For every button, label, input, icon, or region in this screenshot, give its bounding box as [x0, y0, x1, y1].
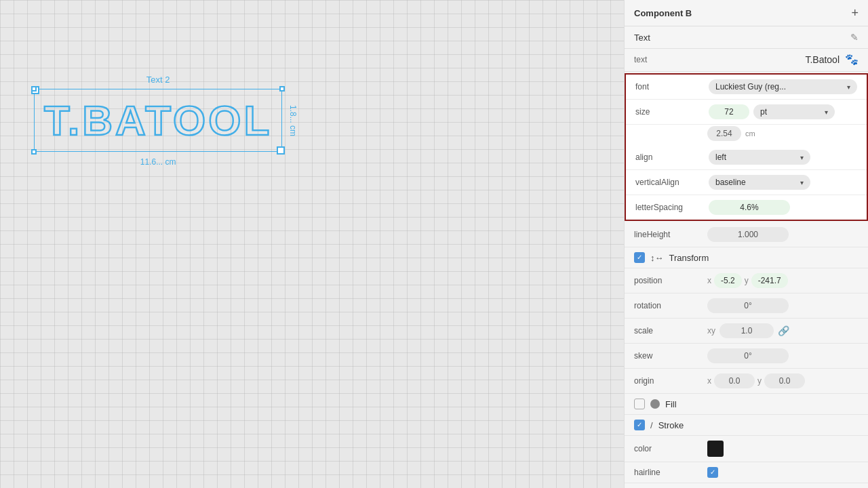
- position-y-input[interactable]: -241.7: [751, 273, 788, 288]
- line-height-value-container: 1.000: [707, 227, 859, 242]
- size-value-container: 72 pt ▾: [709, 104, 857, 119]
- skew-value-container: 0°: [707, 348, 859, 363]
- paw-icon[interactable]: 🐾: [845, 53, 859, 66]
- skew-row: skew 0°: [625, 344, 868, 369]
- position-x-label: x: [707, 276, 711, 285]
- text-section-title: Text: [634, 33, 650, 43]
- vertical-align-arrow: ▾: [800, 179, 804, 186]
- fill-header: Fill: [625, 394, 868, 415]
- color-row: color: [625, 436, 868, 462]
- origin-label: origin: [634, 376, 702, 386]
- align-value: left: [715, 152, 726, 162]
- component-header: Component B +: [625, 0, 868, 26]
- origin-y-label: y: [757, 376, 762, 386]
- size-unit-select[interactable]: pt ▾: [753, 104, 835, 119]
- align-label: align: [635, 152, 703, 162]
- size-input[interactable]: 72: [709, 104, 749, 119]
- position-value-container: x -5.2 y -241.7: [707, 273, 859, 288]
- letter-spacing-input[interactable]: 4.6%: [709, 200, 790, 215]
- size-controls: 72 pt ▾: [709, 104, 835, 119]
- letter-spacing-row: letterSpacing 4.6%: [626, 195, 867, 220]
- text-bounding-box[interactable]: T.BATOOL 1.8... cm: [34, 89, 282, 152]
- origin-y-input[interactable]: 0.0: [764, 373, 805, 388]
- fill-dot-icon: [650, 399, 660, 409]
- transform-header: ✓ ↕↔ Transform: [625, 247, 868, 268]
- origin-x-label: x: [707, 376, 711, 386]
- color-swatch[interactable]: [707, 441, 724, 457]
- align-arrow: ▾: [800, 154, 804, 161]
- checkmark-icon: ✓: [637, 254, 642, 261]
- transform-checkbox[interactable]: ✓: [634, 252, 645, 263]
- vertical-align-value: baseline: [715, 178, 746, 187]
- corner-handle-tr[interactable]: [279, 86, 285, 92]
- rotation-input[interactable]: 0°: [707, 298, 789, 313]
- text-element-container[interactable]: Text 2 T.BATOOL 1.8... cm 11.6... cm: [34, 75, 282, 167]
- stroke-label: Stroke: [658, 420, 684, 430]
- line-height-input[interactable]: 1.000: [707, 227, 789, 242]
- scale-value-container: xy 1.0 🔗: [707, 323, 859, 338]
- text-section-header: Text ✎: [625, 26, 868, 49]
- align-select[interactable]: left ▾: [709, 150, 810, 165]
- stroke-header: ✓ / Stroke: [625, 415, 868, 436]
- hairline-checkbox[interactable]: ✓: [707, 467, 718, 478]
- scale-input[interactable]: 1.0: [719, 323, 774, 338]
- align-value-container: left ▾: [709, 150, 857, 165]
- vertical-align-row: verticalAlign baseline ▾: [626, 170, 867, 195]
- highlighted-section: font Luckiest Guy (reg... ▾ size 72 pt ▾: [625, 73, 868, 221]
- origin-x-input[interactable]: 0.0: [714, 373, 755, 388]
- hairline-row: hairline ✓: [625, 462, 868, 483]
- font-select[interactable]: Luckiest Guy (reg... ▾: [709, 79, 857, 94]
- rotation-value-container: 0°: [707, 298, 859, 313]
- line-height-row: lineHeight 1.000: [625, 222, 868, 247]
- text-field-label: text: [634, 55, 695, 64]
- dimension-height: 1.8... cm: [288, 104, 298, 136]
- text-value-display: T.Batool 🐾: [805, 53, 859, 66]
- hairline-value-container: ✓: [707, 467, 859, 478]
- size-unit-arrow: ▾: [825, 108, 828, 116]
- size-cm-value: 2.54: [707, 126, 741, 141]
- text-value-row: text T.Batool 🐾: [625, 49, 868, 72]
- corner-handle-tl[interactable]: [31, 86, 37, 92]
- dimension-width: 11.6... cm: [140, 157, 176, 167]
- edit-icon[interactable]: ✎: [850, 32, 859, 43]
- font-dropdown-arrow: ▾: [847, 83, 850, 91]
- size-label: size: [635, 107, 703, 117]
- fill-checkbox[interactable]: [634, 399, 645, 409]
- text-element-label: Text 2: [146, 75, 170, 85]
- letter-spacing-value-container: 4.6%: [709, 200, 857, 215]
- scale-xy-label: xy: [707, 326, 715, 336]
- rotation-row: rotation 0°: [625, 293, 868, 319]
- position-x-input[interactable]: -5.2: [714, 273, 742, 288]
- canvas-grid: Text 2 T.BATOOL 1.8... cm 11.6... cm: [0, 0, 624, 488]
- font-value-container: Luckiest Guy (reg... ▾: [709, 79, 857, 94]
- fill-label: Fill: [665, 399, 677, 409]
- rotation-label: rotation: [634, 301, 702, 310]
- origin-row: origin x 0.0 y 0.0: [625, 369, 868, 394]
- size-cm-row: 2.54 cm: [626, 125, 867, 145]
- size-unit-value: pt: [760, 107, 767, 117]
- font-row: font Luckiest Guy (reg... ▾: [626, 75, 867, 100]
- skew-input[interactable]: 0°: [707, 348, 789, 363]
- corner-handle-br[interactable]: [279, 149, 285, 155]
- vertical-align-select[interactable]: baseline ▾: [709, 175, 810, 190]
- position-row: position x -5.2 y -241.7: [625, 268, 868, 293]
- transform-label: Transform: [669, 253, 709, 263]
- align-row: align left ▾: [626, 145, 867, 170]
- size-row: size 72 pt ▾: [626, 100, 867, 125]
- text-field-value[interactable]: T.Batool: [805, 54, 840, 65]
- link-icon[interactable]: 🔗: [778, 325, 789, 336]
- vertical-align-label: verticalAlign: [635, 178, 703, 187]
- skew-label: skew: [634, 351, 702, 361]
- letter-spacing-label: letterSpacing: [635, 203, 703, 212]
- component-title: Component B: [634, 8, 692, 18]
- add-component-button[interactable]: +: [851, 7, 859, 19]
- scale-row: scale xy 1.0 🔗: [625, 319, 868, 344]
- stroke-slash-icon: /: [650, 420, 653, 430]
- position-y-label: y: [745, 276, 749, 285]
- origin-value-container: x 0.0 y 0.0: [707, 373, 859, 388]
- color-value-container: [707, 441, 859, 457]
- scale-label: scale: [634, 326, 702, 336]
- stroke-checkbox[interactable]: ✓: [634, 420, 645, 430]
- hairline-checkmark-icon: ✓: [710, 469, 715, 476]
- corner-handle-bl[interactable]: [31, 149, 37, 155]
